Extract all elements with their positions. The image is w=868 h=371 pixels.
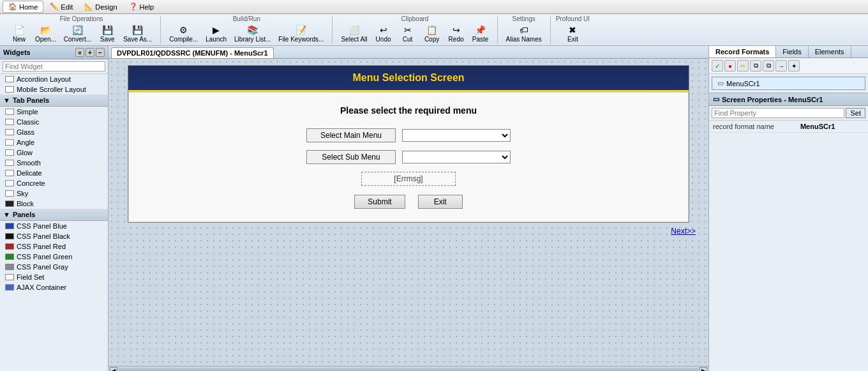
sidebar-item-css-gray-label: CSS Panel Gray: [17, 263, 68, 271]
submit-button[interactable]: Submit: [354, 195, 405, 209]
main-menu-label: Select Main Menu: [306, 128, 396, 142]
sidebar-item-classic-label: Classic: [17, 118, 39, 126]
btn-launch[interactable]: ▶ Launch: [202, 24, 230, 44]
rf-green-btn[interactable]: ✓: [712, 60, 723, 72]
btn-save-as[interactable]: 💾 Save As...: [120, 24, 155, 44]
field-set-icon: [5, 274, 14, 280]
btn-cut[interactable]: ✂ Cut: [396, 24, 419, 44]
sidebar-collapse-btn[interactable]: «: [75, 48, 84, 57]
btn-convert[interactable]: 🔄 Convert...: [61, 24, 94, 44]
tab-elements[interactable]: Elements: [809, 46, 851, 57]
sidebar-item-mobile-scroller[interactable]: Mobile Scroller Layout: [0, 84, 108, 95]
toolbar-section-file: File Operations 📄 New 📂 Open... 🔄 Conver…: [3, 15, 161, 44]
accordion-icon: [5, 76, 14, 82]
sidebar-item-ajax-label: AJAX Container: [17, 284, 66, 291]
scroll-right-btn[interactable]: ▶: [700, 367, 707, 372]
menu-design[interactable]: 📐 Design: [79, 1, 122, 12]
tab-fields[interactable]: Fields: [776, 46, 808, 57]
rf-star-btn[interactable]: ✦: [788, 60, 800, 72]
main-layout: Widgets « + − Accordion Layout Mobile Sc…: [0, 46, 868, 371]
btn-compile[interactable]: ⚙ Compile...: [166, 24, 201, 44]
sidebar-minus-btn[interactable]: −: [96, 48, 105, 57]
btn-redo-label: Redo: [449, 36, 464, 43]
btn-open[interactable]: 📂 Open...: [32, 24, 59, 44]
sidebar-item-block[interactable]: Block: [0, 199, 108, 209]
sidebar-item-simple[interactable]: Simple: [0, 107, 108, 117]
btn-redo[interactable]: ↪ Redo: [445, 24, 468, 44]
sidebar-section-panels[interactable]: ▼ Panels: [0, 209, 108, 221]
sidebar-item-angle[interactable]: Angle: [0, 137, 108, 148]
exit-form-button[interactable]: Exit: [418, 195, 463, 209]
btn-file-keywords-label: File Keywords...: [278, 36, 324, 43]
copy-icon: 📋: [427, 25, 437, 35]
btn-copy[interactable]: 📋 Copy: [421, 24, 444, 44]
css-black-icon: [5, 233, 14, 239]
right-panel: Record Formats Fields Elements ✓ ● ✏ ⧉ ⧉…: [708, 46, 868, 371]
screen-subtitle: Please select the required menu: [142, 105, 675, 116]
scroll-left-btn[interactable]: ◀: [110, 367, 117, 372]
btn-save-as-label: Save As...: [123, 36, 152, 43]
sidebar-item-css-green[interactable]: CSS Panel Green: [0, 252, 108, 262]
sidebar-item-css-gray[interactable]: CSS Panel Gray: [0, 262, 108, 272]
design-icon: 📐: [84, 3, 93, 11]
next-link[interactable]: Next>>: [115, 223, 702, 239]
sidebar-item-css-red[interactable]: CSS Panel Red: [0, 241, 108, 252]
btn-new[interactable]: 📄 New: [8, 24, 31, 44]
sidebar-item-accordion-label: Accordion Layout: [17, 75, 71, 83]
sidebar-item-glass[interactable]: Glass: [0, 127, 108, 137]
record-format-label: MenuSCr1: [726, 80, 760, 87]
props-set-button[interactable]: Set: [846, 108, 865, 118]
menu-home[interactable]: 🏠 Home: [3, 1, 43, 13]
sidebar-section-tab-panels[interactable]: ▼ Tab Panels: [0, 95, 108, 107]
menu-edit-label: Edit: [61, 3, 73, 11]
btn-undo-label: Undo: [376, 36, 391, 43]
rf-copy1-btn[interactable]: ⧉: [750, 60, 761, 72]
record-format-item[interactable]: ▭ MenuSCr1: [712, 77, 865, 90]
btn-save[interactable]: 💾 Save: [96, 24, 119, 44]
screen-title: Menu Selection Screen: [128, 66, 689, 92]
sidebar-item-field-set[interactable]: Field Set: [0, 272, 108, 282]
sidebar-item-css-blue[interactable]: CSS Panel Blue: [0, 221, 108, 231]
sidebar-item-css-black[interactable]: CSS Panel Black: [0, 231, 108, 241]
btn-undo[interactable]: ↩ Undo: [372, 24, 395, 44]
props-find-input[interactable]: [712, 108, 844, 118]
menu-help[interactable]: ❓ Help: [124, 1, 160, 12]
sidebar-item-delicate[interactable]: Delicate: [0, 168, 108, 178]
bottom-scrollbar: ◀ ▶: [108, 366, 708, 371]
build-run-title: Build/Run: [233, 15, 260, 22]
screen-props-icon: ▭: [713, 95, 719, 103]
tab-record-formats[interactable]: Record Formats: [709, 46, 776, 57]
rf-copy2-btn[interactable]: ⧉: [763, 60, 774, 72]
screen-body: Please select the required menu Select M…: [128, 92, 689, 222]
sidebar-item-sky[interactable]: Sky: [0, 188, 108, 199]
sidebar-add-btn[interactable]: +: [86, 48, 94, 57]
filter-input[interactable]: [3, 61, 105, 72]
canvas[interactable]: Menu Selection Screen Please select the …: [108, 59, 708, 366]
rf-edit-btn[interactable]: ✏: [737, 60, 749, 72]
sidebar-item-accordion[interactable]: Accordion Layout: [0, 74, 108, 84]
btn-file-keywords[interactable]: 📝 File Keywords...: [275, 24, 327, 44]
btn-paste[interactable]: 📌 Paste: [469, 24, 492, 44]
sidebar-item-glow-label: Glow: [17, 149, 33, 156]
rf-red-btn[interactable]: ●: [724, 60, 736, 72]
scroll-track[interactable]: [119, 368, 698, 372]
sidebar-item-concrete[interactable]: Concrete: [0, 178, 108, 188]
sub-menu-select[interactable]: [402, 151, 511, 163]
sidebar-item-ajax-container[interactable]: AJAX Container: [0, 282, 108, 292]
canvas-tab[interactable]: DVPDLR01/QDDSSRC (MENUFM) - MenuScr1: [111, 47, 274, 58]
exit-icon: ✖: [567, 25, 578, 35]
home-icon: 🏠: [8, 3, 17, 11]
sidebar-item-smooth[interactable]: Smooth: [0, 158, 108, 168]
btn-select-all[interactable]: ⬜ Select All: [338, 24, 370, 44]
btn-exit[interactable]: ✖ Exit: [561, 24, 584, 44]
btn-alias-names[interactable]: 🏷 Alias Names: [503, 24, 545, 44]
btn-library-list[interactable]: 📚 Library List...: [231, 24, 274, 44]
screen-form: Menu Selection Screen Please select the …: [128, 65, 689, 223]
clipboard-title: Clipboard: [401, 15, 429, 22]
toolbar-section-clipboard: Clipboard ⬜ Select All ↩ Undo ✂ Cut 📋 Co…: [333, 15, 497, 44]
menu-edit[interactable]: ✏️ Edit: [45, 1, 78, 12]
main-menu-select[interactable]: [402, 129, 511, 142]
sidebar-item-glow[interactable]: Glow: [0, 148, 108, 158]
sidebar-item-classic[interactable]: Classic: [0, 117, 108, 127]
rf-arrow-btn[interactable]: →: [775, 60, 787, 72]
